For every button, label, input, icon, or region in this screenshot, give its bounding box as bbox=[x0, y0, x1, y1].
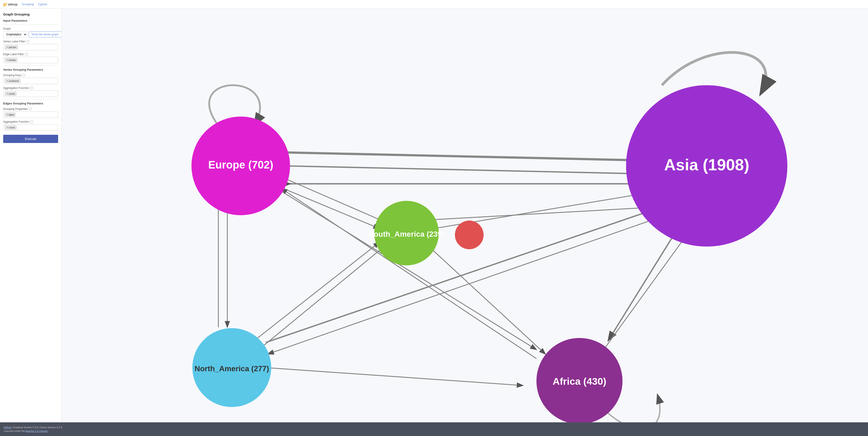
grouping-props-help-icon: ? bbox=[29, 108, 32, 111]
vertex-label-filter-label: Vertex Label Filter ? bbox=[3, 40, 58, 43]
node-asia-label: Asia (1908) bbox=[664, 156, 749, 174]
vertex-label-filter-input[interactable]: × person bbox=[3, 44, 58, 50]
graph-field-label: Graph bbox=[3, 27, 58, 30]
logo: gradoop bbox=[3, 2, 18, 7]
graph-svg: Europe (702) Asia (1908) South_America (… bbox=[62, 9, 868, 422]
edge-agg-fn-help-icon: ? bbox=[30, 120, 33, 123]
tag-label[interactable]: × label bbox=[5, 113, 16, 117]
edge-label-filter-label: Edge Label Filter ? bbox=[3, 53, 58, 56]
execute-button[interactable]: Execute bbox=[3, 135, 58, 143]
tag-count-vertex[interactable]: × count bbox=[5, 92, 17, 96]
divider-2 bbox=[3, 65, 58, 66]
vertex-label-filter-help-icon: ? bbox=[26, 40, 29, 43]
edges-grouping-label: Edges Grouping Parameters bbox=[3, 102, 58, 105]
edge-label-filter-input[interactable]: × knows bbox=[3, 57, 58, 63]
divider-1 bbox=[3, 25, 58, 25]
graph-select[interactable]: Graphalytics bbox=[3, 31, 27, 38]
node-north-america-label: North_America (277) bbox=[195, 365, 269, 373]
grouping-keys-input[interactable]: × continent bbox=[3, 78, 58, 84]
footer-line-2: Licensed under the Apache 2.0 License . bbox=[4, 430, 864, 432]
right-panel: Europe (702) Asia (1908) South_America (… bbox=[62, 9, 868, 422]
logo-text: adoop bbox=[8, 2, 18, 6]
nav-cypher[interactable]: Cypher bbox=[38, 2, 48, 6]
footer-line-1: Github | Gradoop Version 0.3.0 | Demo Ve… bbox=[4, 426, 864, 429]
node-africa-label: Africa (430) bbox=[553, 376, 606, 387]
tag-count-edge[interactable]: × count bbox=[5, 125, 17, 129]
graph-row: Graphalytics Show the whole graph bbox=[3, 31, 58, 38]
edge-agg-fn-label: Aggregation Function ? bbox=[3, 120, 58, 123]
node-south-america-label: South_America (239) bbox=[369, 230, 444, 238]
vertex-agg-fn-help-icon: ? bbox=[30, 86, 33, 90]
grouping-keys-help-icon: ? bbox=[22, 74, 25, 77]
footer: Github | Gradoop Version 0.3.0 | Demo Ve… bbox=[0, 422, 868, 436]
vertex-agg-fn-input[interactable]: × count bbox=[3, 90, 58, 97]
tag-person[interactable]: × person bbox=[5, 45, 18, 49]
tag-continent[interactable]: × continent bbox=[5, 79, 21, 83]
graph-canvas: Europe (702) Asia (1908) South_America (… bbox=[62, 9, 868, 422]
license-link[interactable]: Apache 2.0 License bbox=[26, 430, 48, 432]
nav-grouping[interactable]: Grouping bbox=[22, 2, 34, 6]
divider-3 bbox=[3, 99, 58, 99]
tag-knows[interactable]: × knows bbox=[5, 58, 17, 62]
node-unknown[interactable] bbox=[455, 221, 484, 249]
panel-title: Graph Grouping bbox=[3, 12, 58, 16]
vertex-agg-fn-label: Aggregation Function ? bbox=[3, 86, 58, 90]
input-parameters-label: Input Parameters bbox=[3, 19, 58, 22]
left-panel: Graph Grouping Input Parameters Graph Gr… bbox=[0, 9, 62, 422]
grouping-props-label: Grouping Properties ? bbox=[3, 108, 58, 111]
header: gradoop Grouping Cypher bbox=[0, 0, 868, 9]
logo-icon: gr bbox=[3, 2, 7, 7]
edge-agg-fn-input[interactable]: × count bbox=[3, 124, 58, 130]
main-layout: Graph Grouping Input Parameters Graph Gr… bbox=[0, 9, 868, 422]
footer-version-text: Gradoop Version 0.3.0 | Demo Version 0.2… bbox=[13, 426, 62, 429]
vertex-grouping-label: Vertex Grouping Parameters bbox=[3, 68, 58, 71]
show-graph-button[interactable]: Show the whole graph bbox=[29, 31, 62, 37]
grouping-props-input[interactable]: × label bbox=[3, 112, 58, 118]
node-europe-label: Europe (702) bbox=[208, 159, 273, 171]
github-link[interactable]: Github bbox=[4, 426, 11, 429]
edge-label-filter-help-icon: ? bbox=[25, 53, 28, 56]
grouping-keys-label: Grouping Keys ? bbox=[3, 74, 58, 77]
